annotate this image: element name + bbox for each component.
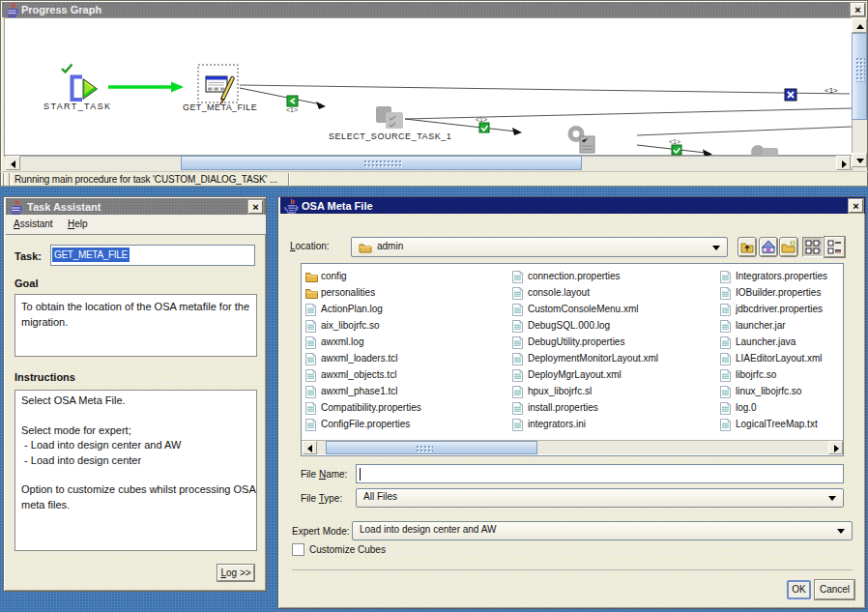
svg-text:<1>: <1> — [669, 138, 680, 145]
svg-text:<1>: <1> — [476, 116, 487, 123]
svg-text:<1>: <1> — [825, 86, 838, 95]
svg-text:<1>: <1> — [286, 106, 298, 113]
